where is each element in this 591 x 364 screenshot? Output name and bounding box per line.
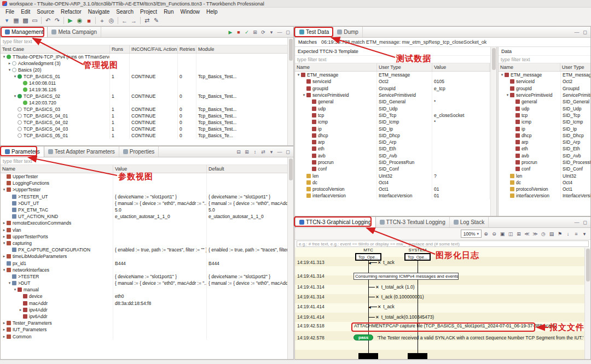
view-menu-icon[interactable]: ▾ — [268, 148, 275, 156]
time-icon[interactable]: ◷ — [540, 230, 547, 238]
data-filter-input[interactable]: type filter text — [501, 57, 530, 62]
tab-dump[interactable]: Dump — [333, 27, 363, 37]
print-icon[interactable]: ▭ — [30, 16, 39, 25]
matches-value[interactable]: 06:19:39.738 match ETM_message: mw_etm_s… — [321, 39, 486, 45]
export-icon[interactable]: ↓ — [564, 230, 572, 238]
log-filter-input[interactable]: e.g.: # free text, e.g.: event == tliInf… — [297, 240, 589, 247]
zoom-out-icon[interactable]: ⊖ — [490, 230, 498, 238]
menu-help[interactable]: Help — [203, 9, 221, 15]
run-icon[interactable]: ▶ — [66, 16, 75, 25]
select-view-icon[interactable]: ◫ — [507, 230, 514, 238]
expand-icon[interactable]: ▸ — [7, 61, 12, 66]
tree-row[interactable]: ▾TCP_BASICS_011CONTINUE0Tcp_Basics_Test.… — [1, 73, 293, 80]
tab-parameters[interactable]: Parameters — [1, 146, 44, 157]
expected-filter-input[interactable]: type filter text — [297, 57, 327, 62]
collapse-icon[interactable]: ▾ — [13, 94, 18, 98]
tree-row[interactable]: ▾capturing — [1, 240, 293, 246]
menu-edit[interactable]: Edit — [18, 9, 33, 15]
zoom-in-icon[interactable]: ⊕ — [482, 230, 490, 238]
tree-row[interactable]: dhcpSID_Dhcp — [295, 132, 496, 139]
tree-row[interactable]: tcpSID_Tcpe_closeSocket — [295, 112, 496, 119]
system-component-box[interactable]: Tcp_Ope... — [404, 253, 431, 261]
expand-icon[interactable]: ▸ — [18, 308, 23, 312]
link-editor-icon[interactable]: ⇄ — [142, 16, 152, 25]
next-icon[interactable]: ≫ — [531, 230, 539, 238]
tab-management[interactable]: Management — [1, 27, 48, 37]
menu-search[interactable]: Search — [113, 9, 137, 15]
tree-row[interactable]: ▾>DUT{ manual := { device := "eth0", mac… — [1, 280, 293, 286]
tree-row[interactable]: icmpSID_Icmp — [499, 119, 591, 125]
annotate-icon[interactable]: ✎ — [152, 16, 161, 25]
tree-row[interactable]: generalSID_General* — [295, 98, 496, 105]
forward-icon[interactable]: → — [129, 16, 138, 25]
tree-row[interactable]: TCP_BASICS_04_011CONTINUE0Tcp_Basics_Tes… — [1, 113, 293, 119]
tree-row[interactable]: interfaceVersionInterfaceVersion — [499, 192, 591, 199]
log-event-timer[interactable]: ✕t_ack (0.100000001) — [368, 293, 424, 300]
table-view-icon[interactable]: ⊞ — [251, 28, 259, 36]
tree-row[interactable]: groupIdGroupIde_tcp — [295, 85, 496, 92]
tree-row[interactable]: dcOct4 — [295, 179, 496, 186]
check-icon[interactable]: ✓ — [243, 28, 251, 36]
run-campaign-icon[interactable]: ▶ — [227, 28, 234, 36]
collapse-all-icon[interactable]: ⊟ — [235, 148, 242, 156]
log-event-timeout[interactable]: ✕t_ack — [368, 303, 395, 310]
tree-row[interactable]: ▸Tester_Parameters — [1, 320, 293, 326]
management-filter-input[interactable]: type filter text — [3, 39, 32, 44]
tree-row[interactable]: avbSID_Avb — [295, 152, 496, 159]
tree-row[interactable]: ipv6Addr — [1, 313, 293, 320]
collapse-icon[interactable]: ▾ — [13, 74, 18, 79]
new-icon[interactable]: ▾ — [2, 16, 11, 25]
tab-graphical-logging[interactable]: TTCN-3 Graphical Logging — [295, 217, 376, 227]
undo-icon[interactable]: ↶ — [43, 16, 53, 25]
log-event-note[interactable]: Consuming remaining ICMPv4 messages and … — [354, 273, 459, 280]
tree-row[interactable]: 14:19:36.126 — [1, 86, 293, 93]
tree-row[interactable]: confSID_Conf — [295, 166, 496, 172]
tree-row[interactable]: protocolVersionOct101 — [295, 186, 496, 192]
expand-icon[interactable]: ▸ — [2, 321, 7, 325]
tree-row[interactable]: ▸Acknowledgment (3) — [1, 60, 293, 67]
tree-row[interactable]: interfaceVersionInterfaceVersion01 — [295, 192, 496, 199]
tree-row[interactable]: arpSID_Arp — [295, 139, 496, 145]
tree-row[interactable]: px_id1B444B444 — [1, 260, 293, 266]
expand-icon[interactable]: ▸ — [2, 334, 7, 339]
tree-row[interactable]: PX_CAPTURE_CONFIGURATION{ enabled := tru… — [1, 246, 293, 253]
log-event-verdict[interactable]: pass'The Tester received a valid SYN,ACK… — [354, 334, 583, 340]
collapse-icon[interactable]: ▾ — [505, 93, 510, 97]
add-icon[interactable]: + — [97, 16, 107, 25]
tree-row[interactable]: arpSID_Arp — [499, 139, 591, 145]
log-event-timer[interactable]: ✕t_total_ack (1.0) — [368, 284, 415, 290]
tree-row[interactable]: ▸IUT_Parameters — [1, 326, 293, 333]
collapse-icon[interactable]: ▾ — [2, 187, 7, 192]
column-header[interactable]: Name — [499, 63, 560, 71]
redo-icon[interactable]: ↷ — [53, 16, 62, 25]
tree-row[interactable]: ▸upperTesterPorts — [1, 233, 293, 240]
tree-row[interactable]: udpSID_Udp — [499, 105, 591, 111]
tree-row[interactable]: ethSID_Eth — [499, 145, 591, 152]
collapse-icon[interactable]: ▾ — [500, 73, 505, 77]
tree-row[interactable]: PX_ETM_TAC5.05.0 — [1, 207, 293, 213]
debug-icon[interactable]: ◉ — [75, 16, 84, 25]
view-menu-icon[interactable]: ▾ — [581, 230, 588, 238]
flag-icon[interactable]: ⚑ — [556, 230, 564, 238]
zoom-select[interactable]: 100% ▾ — [461, 230, 482, 238]
tree-row[interactable]: TCP_BASICS_031CONTINUE0Tcp_Basics_Test..… — [1, 106, 293, 113]
collapse-icon[interactable]: ▾ — [2, 55, 7, 59]
search-icon[interactable]: ◎ — [107, 16, 116, 25]
tree-row[interactable]: serviceIdOct2 — [499, 78, 591, 85]
collapse-icon[interactable]: ▾ — [296, 73, 301, 77]
tree-row[interactable]: >TESTER{ deviceName := "slot1port1" }{ d… — [1, 273, 293, 280]
tree-row[interactable]: procrunSID_ProcessRun — [295, 159, 496, 166]
tree-row[interactable]: udpSID_Udp — [295, 105, 496, 111]
column-header[interactable]: Retries — [178, 45, 196, 53]
expand-icon[interactable]: ▸ — [2, 221, 7, 225]
expected-scrollbar[interactable] — [490, 47, 496, 216]
tree-row[interactable]: TCP_BASICS_04_021CONTINUE0Tcp_Basics_Tes… — [1, 119, 293, 126]
tree-row[interactable]: UT_ACTION_KINDe_utaction_autosar_1_1_0e_… — [1, 213, 293, 220]
tree-row[interactable]: confSID_Conf — [499, 166, 591, 172]
tree-row[interactable]: deviceeth0 — [1, 293, 293, 300]
collapse-icon[interactable]: ▾ — [302, 93, 306, 97]
expand-icon[interactable]: ▸ — [2, 254, 7, 259]
tab-log-stack[interactable]: Log Stack — [450, 217, 489, 227]
parameters-filter-input[interactable]: type filter text — [3, 158, 32, 164]
maximize-icon[interactable]: ◻ — [581, 218, 589, 226]
